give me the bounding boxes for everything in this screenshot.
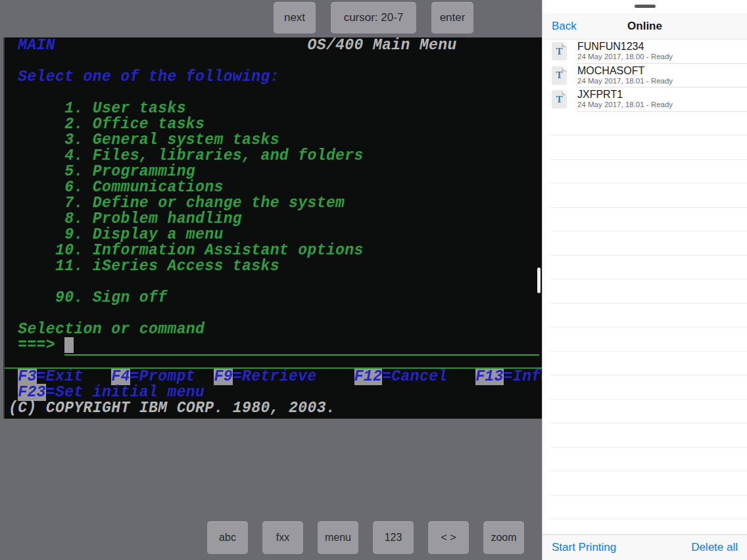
terminal-row: 11. iSeries Access tasks	[9, 258, 279, 274]
scrollbar-indicator[interactable]	[537, 268, 541, 293]
empty-list-row	[550, 423, 747, 448]
delete-all-button[interactable]: Delete all	[691, 541, 738, 554]
empty-list-row	[550, 375, 747, 400]
empty-list-row	[550, 112, 747, 136]
spool-file-detail: 24 May 2017, 18.01 - Ready	[577, 101, 673, 108]
fxx-keys-button[interactable]: fxx	[262, 521, 303, 554]
empty-list-row	[550, 279, 747, 304]
empty-list-row	[550, 471, 747, 496]
terminal-row: 9. Display a menu	[9, 227, 224, 243]
document-icon-letter: T	[556, 47, 562, 57]
document-icon-letter: T	[556, 95, 562, 105]
document-icon-letter: T	[556, 70, 562, 80]
spool-file-name: MOCHASOFT	[577, 65, 644, 77]
spool-file-item[interactable]: TFUNFUN123424 May 2017, 18.00 - Ready	[542, 39, 747, 64]
function-key-label: F23	[18, 384, 46, 401]
numeric-keyboard-button[interactable]: 123	[373, 521, 414, 554]
terminal-row: 5. Programming	[9, 164, 195, 179]
command-input-underline	[64, 354, 539, 356]
empty-list-row	[550, 304, 747, 328]
panel-header: Back Online	[542, 13, 747, 39]
spool-file-detail: 24 May 2017, 18.00 - Ready	[577, 53, 673, 60]
empty-list-row	[550, 208, 747, 232]
enter-button[interactable]: enter	[431, 2, 473, 34]
empty-list-row	[550, 256, 747, 280]
terminal-row: 7. Define or change the system	[9, 195, 345, 211]
terminal-row: MAIN OS/400 Main Menu	[9, 37, 457, 53]
arrow-keys-button[interactable]: < >	[428, 521, 469, 554]
terminal-row: 4. Files, libraries, and folders	[9, 148, 364, 164]
terminal-row: 90. Sign off	[9, 290, 167, 306]
function-key-label: F3	[18, 368, 36, 385]
function-key-label: F9	[214, 368, 232, 385]
menu-button[interactable]: menu	[318, 521, 358, 554]
terminal-row: (C) COPYRIGHT IBM CORP. 1980, 2003.	[9, 400, 335, 416]
drag-handle[interactable]	[635, 5, 656, 8]
spool-file-name: JXFPRT1	[577, 89, 623, 101]
back-button[interactable]: Back	[552, 20, 577, 33]
empty-list-row	[550, 496, 747, 520]
function-key-label: F12	[354, 368, 383, 385]
terminal-row: 2. Office tasks	[9, 116, 205, 132]
empty-list-row	[550, 160, 747, 184]
terminal-screen[interactable]: MAIN OS/400 Main Menu Select one of the …	[3, 37, 543, 419]
terminal-row: 10. Information Assistant options	[9, 243, 364, 258]
terminal-row: F3=Exit F4=Prompt F9=Retrieve F12=Cancel…	[9, 369, 543, 385]
abc-keyboard-button[interactable]: abc	[207, 521, 248, 554]
terminal-row: F23=Set initial menu	[9, 385, 205, 400]
spool-list: TFUNFUN123424 May 2017, 18.00 - ReadyTMO…	[542, 39, 747, 534]
empty-list-row	[550, 183, 747, 208]
next-button[interactable]: next	[274, 2, 316, 34]
terminal-row: 8. Problem handling	[9, 211, 242, 227]
cursor-position-button[interactable]: cursor: 20-7	[331, 2, 416, 34]
terminal-row: Selection or command	[9, 321, 205, 337]
empty-list-row	[550, 327, 747, 352]
terminal-row: 6. Communications	[9, 179, 224, 195]
terminal-divider-line	[5, 367, 543, 369]
spool-file-name: FUNFUN1234	[577, 41, 644, 53]
terminal-row: ===>	[9, 337, 74, 353]
terminal-cursor	[64, 337, 74, 353]
spool-file-item[interactable]: TJXFPRT124 May 2017, 18.01 - Ready	[542, 87, 747, 112]
empty-list-row	[550, 448, 747, 472]
zoom-button[interactable]: zoom	[483, 521, 524, 554]
text-document-icon: T	[552, 67, 566, 84]
function-key-label: F13	[475, 368, 504, 385]
spool-file-detail: 24 May 2017, 18.01 - Ready	[577, 77, 673, 85]
print-spool-panel: Back Online TFUNFUN123424 May 2017, 18.0…	[542, 0, 747, 560]
terminal-row: 3. General system tasks	[9, 132, 279, 148]
row-separator	[577, 111, 747, 112]
panel-footer: Start Printing Delete all	[542, 534, 747, 560]
empty-list-row	[550, 400, 747, 424]
text-document-icon: T	[552, 91, 566, 108]
function-key-label: F4	[111, 368, 130, 385]
spool-file-item[interactable]: TMOCHASOFT24 May 2017, 18.01 - Ready	[542, 64, 747, 88]
text-document-icon: T	[552, 43, 566, 60]
terminal-row: 1. User tasks	[9, 101, 186, 116]
empty-list-row	[550, 135, 747, 160]
panel-grab-area	[542, 0, 747, 13]
empty-list-row	[550, 352, 747, 376]
start-printing-button[interactable]: Start Printing	[552, 541, 616, 554]
terminal-row: Select one of the following:	[9, 69, 279, 85]
empty-list-row	[550, 231, 747, 256]
